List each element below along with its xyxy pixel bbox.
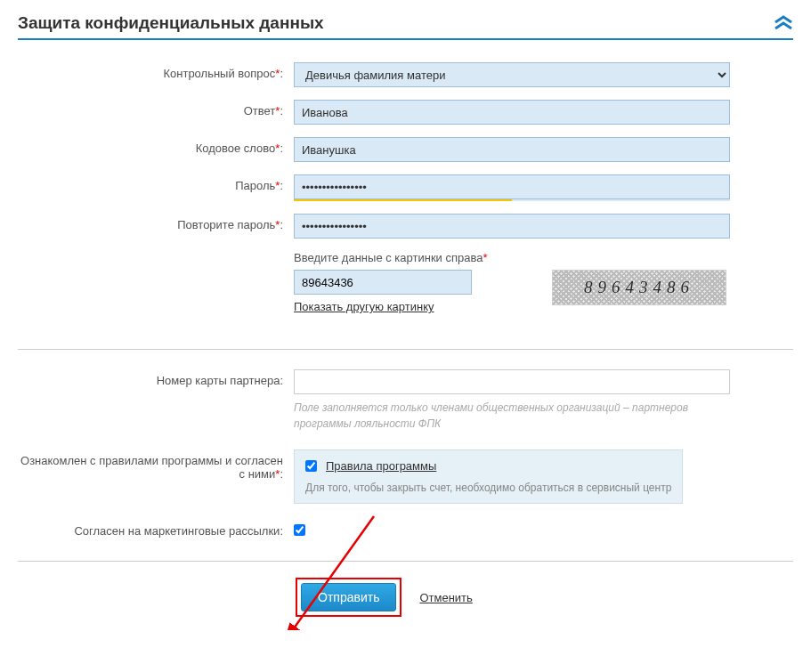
security-question-select[interactable]: Девичья фамилия матери [294, 62, 730, 87]
label-password-repeat: Повторите пароль*: [18, 214, 294, 231]
row-rules-agree: Ознакомлен с правилами программы и согла… [18, 449, 793, 504]
label-partner-card: Номер карты партнера: [18, 369, 294, 387]
divider [18, 349, 793, 350]
submit-highlight: Отправить [296, 578, 401, 617]
submit-button[interactable]: Отправить [301, 583, 396, 611]
section-header: Защита конфиденциальных данных [18, 13, 793, 40]
label-marketing: Согласен на маркетинговые рассылки: [18, 520, 294, 538]
rules-checkbox[interactable] [305, 460, 317, 472]
row-code-word: Кодовое слово*: [18, 137, 793, 162]
label-answer: Ответ*: [18, 100, 294, 117]
collapse-icon[interactable] [774, 15, 793, 31]
row-password-repeat: Повторите пароль*: [18, 214, 793, 239]
captcha-label: Введите данные с картинки справа* [294, 251, 730, 264]
row-password: Пароль*: [18, 174, 793, 201]
button-row: Отправить Отменить [18, 561, 793, 617]
code-word-input[interactable] [294, 137, 730, 162]
row-answer: Ответ*: [18, 100, 793, 125]
partner-card-input[interactable] [294, 369, 730, 394]
label-security-question: Контрольный вопрос*: [18, 62, 294, 80]
label-password: Пароль*: [18, 174, 294, 192]
rules-block: Правила программы Для того, чтобы закрыт… [294, 449, 683, 504]
captcha-image: 89643486 [552, 270, 726, 305]
rules-note: Для того, чтобы закрыть счет, необходимо… [305, 482, 671, 494]
marketing-checkbox[interactable] [294, 524, 305, 536]
cancel-link[interactable]: Отменить [419, 591, 472, 604]
row-security-question: Контрольный вопрос*: Девичья фамилия мат… [18, 62, 793, 87]
captcha-input[interactable] [294, 270, 472, 295]
label-code-word: Кодовое слово*: [18, 137, 294, 155]
captcha-refresh-link[interactable]: Показать другую картинку [294, 300, 434, 313]
row-captcha: Введите данные с картинки справа* Показа… [18, 251, 793, 313]
row-partner-card: Номер карты партнера: Поле заполняется т… [18, 369, 793, 432]
answer-input[interactable] [294, 100, 730, 125]
section-title: Защита конфиденциальных данных [18, 13, 324, 33]
partner-card-hint: Поле заполняется только членами обществе… [294, 400, 730, 432]
password-repeat-input[interactable] [294, 214, 730, 239]
label-rules-agree: Ознакомлен с правилами программы и согла… [18, 449, 294, 481]
password-input[interactable] [294, 174, 730, 199]
confidential-data-form: Защита конфиденциальных данных Контрольн… [18, 13, 793, 617]
row-marketing: Согласен на маркетинговые рассылки: [18, 520, 793, 538]
rules-link[interactable]: Правила программы [326, 459, 436, 473]
